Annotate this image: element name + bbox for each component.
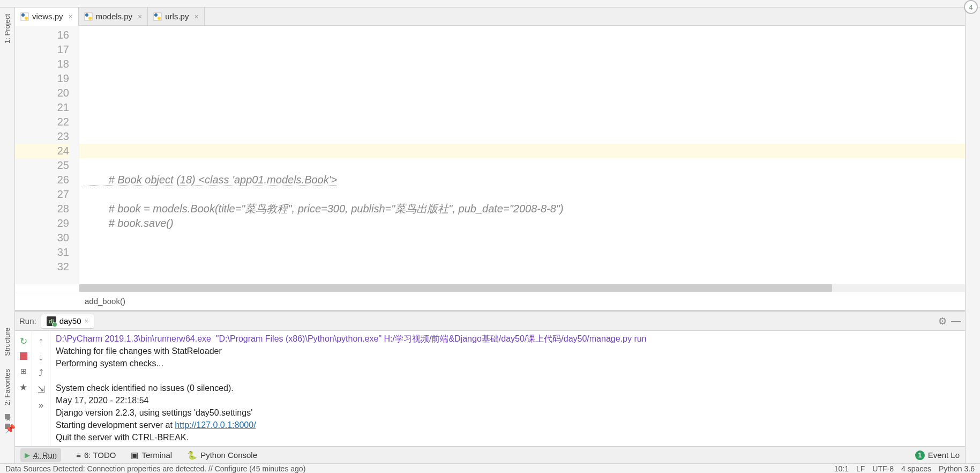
svg-point-1 — [21, 13, 25, 17]
line-number: 22 — [15, 115, 69, 129]
code-line[interactable] — [79, 28, 965, 42]
python-file-icon — [153, 12, 162, 21]
run-config-tab[interactable]: dj day50 × — [41, 314, 94, 329]
python-file-icon — [84, 12, 93, 21]
gutter: 1617181920212223242526272829303132 — [15, 26, 79, 284]
python-icon: 🐍 — [187, 450, 197, 460]
python-file-icon — [20, 12, 29, 21]
tab-models[interactable]: models.py × — [79, 8, 148, 25]
close-icon[interactable]: × — [85, 317, 89, 325]
bottom-label: Terminal — [141, 450, 172, 460]
status-line-ending[interactable]: LF — [856, 464, 865, 473]
close-icon[interactable]: × — [194, 12, 198, 21]
code-line[interactable]: # Book object (18) <class 'app01.models.… — [79, 173, 965, 187]
down-arrow-icon[interactable]: ↓ — [36, 352, 46, 362]
code-line[interactable] — [79, 71, 965, 86]
line-number: 31 — [15, 245, 69, 260]
todo-icon: ≡ — [76, 450, 81, 460]
code-line[interactable] — [79, 129, 965, 144]
rerun-icon[interactable]: ↻ — [19, 336, 28, 346]
layout-icon[interactable]: ⊞ — [19, 366, 28, 376]
tab-urls[interactable]: urls.py × — [148, 8, 204, 25]
run-toolbar-left: ↻ ⊞ ★ — [15, 331, 32, 446]
gear-icon[interactable]: ⚙ — [938, 315, 947, 327]
run-config-name: day50 — [59, 316, 81, 326]
wrap-icon[interactable]: ⤴ — [36, 368, 46, 378]
svg-point-5 — [88, 17, 92, 20]
line-number: 29 — [15, 216, 69, 231]
svg-point-8 — [158, 17, 161, 20]
code-line[interactable] — [79, 158, 965, 173]
tab-label: models.py — [96, 12, 132, 21]
line-number: 27 — [15, 187, 69, 202]
status-indent[interactable]: 4 spaces — [901, 464, 931, 473]
run-toolbar-right: ↑ ↓ ⤴ ⇲ » — [32, 331, 50, 446]
editor-area[interactable]: 1617181920212223242526272829303132 # Boo… — [15, 26, 965, 284]
line-number: 32 — [15, 260, 69, 274]
code-line[interactable] — [79, 57, 965, 71]
line-number: 20 — [15, 86, 69, 100]
code-line[interactable] — [79, 245, 965, 260]
django-icon: dj — [47, 316, 56, 326]
horizontal-scrollbar[interactable] — [79, 284, 965, 292]
right-sidebar — [965, 8, 980, 463]
line-number: 23 — [15, 129, 69, 144]
function-breadcrumb[interactable]: add_book() — [15, 292, 965, 310]
server-url-link[interactable]: http://127.0.0.1:8000/ — [175, 420, 256, 430]
tab-label: urls.py — [165, 12, 189, 21]
sidebar-favorites[interactable]: 2: Favorites — [3, 363, 11, 412]
code-body[interactable]: # Book object (18) <class 'app01.models.… — [79, 26, 965, 284]
line-number: 26 — [15, 173, 69, 187]
svg-point-4 — [85, 13, 88, 17]
status-interpreter[interactable]: Python 3.6 — [939, 464, 975, 473]
stop-icon[interactable] — [20, 352, 27, 360]
code-line[interactable] — [79, 42, 965, 57]
line-number: 30 — [15, 231, 69, 245]
code-line[interactable] — [79, 100, 965, 115]
favorites-icon[interactable]: ★ — [5, 414, 10, 419]
close-icon[interactable]: × — [138, 12, 142, 21]
console-output[interactable]: D:\PyCharm 2019.1.3\bin\runnerw64.exe "D… — [50, 331, 965, 446]
code-line[interactable]: # book.save() — [79, 216, 965, 231]
code-line[interactable] — [79, 86, 965, 100]
status-caret[interactable]: 10:1 — [834, 464, 849, 473]
status-encoding[interactable]: UTF-8 — [872, 464, 894, 473]
code-line[interactable] — [79, 260, 965, 274]
minimize-icon[interactable]: — — [951, 315, 961, 327]
sidebar-structure[interactable]: Structure — [3, 321, 11, 363]
sidebar-project[interactable]: 1: Project — [3, 8, 11, 50]
bottom-label: Python Console — [200, 450, 257, 460]
terminal-icon: ▣ — [131, 450, 138, 460]
bottom-python-console[interactable]: 🐍 Python Console — [187, 450, 257, 460]
bottom-run[interactable]: ▶ 4: Run — [20, 448, 61, 462]
inspection-badge[interactable]: 4 — [964, 0, 978, 14]
status-message[interactable]: Data Sources Detected: Connection proper… — [5, 464, 305, 473]
code-line[interactable] — [79, 187, 965, 202]
run-label: Run: — [19, 316, 36, 326]
bottom-label: 4: Run — [33, 450, 57, 460]
line-number: 24 — [15, 144, 69, 158]
favorite-icon[interactable]: ★ — [19, 382, 28, 392]
breadcrumb — [0, 0, 980, 8]
code-line[interactable]: # book = models.Book(title="菜鸟教程", price… — [79, 202, 965, 216]
bottom-label: 6: TODO — [84, 450, 116, 460]
up-arrow-icon[interactable]: ↑ — [36, 336, 46, 346]
run-header: Run: dj day50 × ⚙ — — [15, 312, 965, 331]
bottom-toolbar: ▶ 4: Run ≡ 6: TODO ▣ Terminal 🐍 Python C… — [15, 446, 965, 463]
line-number: 21 — [15, 100, 69, 115]
tab-label: views.py — [32, 12, 63, 21]
code-line[interactable] — [79, 231, 965, 245]
bottom-event-log[interactable]: Event Lo — [928, 450, 960, 460]
tab-views[interactable]: views.py × — [15, 8, 79, 26]
bottom-todo[interactable]: ≡ 6: TODO — [76, 450, 116, 460]
close-icon[interactable]: × — [69, 12, 73, 21]
scrollbar-thumb[interactable] — [79, 284, 832, 292]
code-line[interactable] — [79, 144, 965, 158]
bottom-terminal[interactable]: ▣ Terminal — [131, 450, 172, 460]
run-panel: Run: dj day50 × ⚙ — ↻ ⊞ ★ — [15, 310, 965, 446]
scroll-icon[interactable]: ⇲ — [36, 385, 46, 394]
code-line[interactable] — [79, 115, 965, 129]
editor-tabs: views.py × models.py × urls.py × — [15, 8, 965, 26]
more-icon[interactable]: » — [36, 401, 46, 410]
pin-icon[interactable]: 📌 — [5, 424, 10, 429]
